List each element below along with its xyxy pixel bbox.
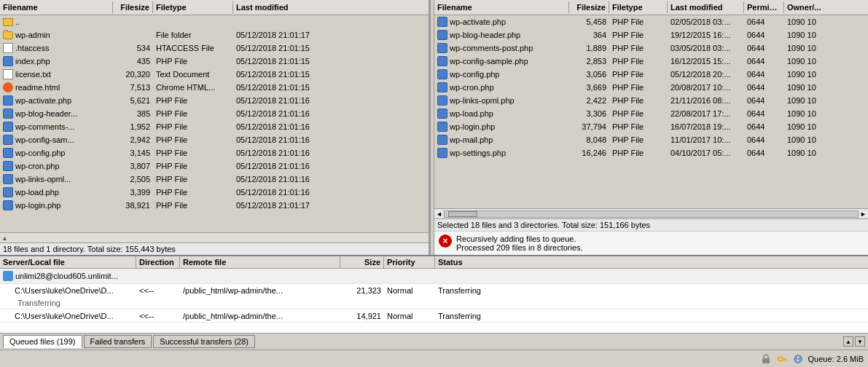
svg-point-1 <box>778 357 783 361</box>
tab-queued-files[interactable]: Queued files (199) <box>3 335 82 348</box>
list-item[interactable]: wp-mail.php 8,048 PHP File 11/01/2017 10… <box>434 133 868 146</box>
left-col-filesize[interactable]: Filesize <box>113 1 153 13</box>
list-item[interactable]: wp-config-sample.php 2,853 PHP File 16/1… <box>434 55 868 68</box>
list-item[interactable]: wp-config.php 3,145 PHP File 05/12/2018 … <box>0 146 429 159</box>
list-item[interactable]: wp-config.php 3,056 PHP File 05/12/2018 … <box>434 68 868 81</box>
queue-row-header[interactable]: unlimi28@cloud605.unlimit... <box>0 269 868 284</box>
list-item[interactable]: index.php 435 PHP File 05/12/2018 21:01:… <box>0 55 429 68</box>
svg-rect-0 <box>762 358 770 363</box>
network-icon <box>792 353 804 365</box>
queue-tabs: Queued files (199) Failed transfers Succ… <box>0 333 868 350</box>
key-icon <box>776 353 788 365</box>
right-col-owner[interactable]: Owner/... <box>784 1 835 13</box>
list-item[interactable]: wp-comments-... 1,952 PHP File 05/12/201… <box>0 120 429 133</box>
scroll-right-btn[interactable]: ► <box>860 210 867 218</box>
list-item[interactable]: readme.html 7,513 Chrome HTML... 05/12/2… <box>0 81 429 94</box>
list-item[interactable]: wp-blog-header.php 364 PHP File 19/12/20… <box>434 28 868 42</box>
list-item[interactable]: wp-cron.php 3,669 PHP File 20/08/2017 10… <box>434 81 868 94</box>
message-line1: Recursively adding files to queue. <box>456 234 583 243</box>
list-item[interactable]: .htaccess 534 HTACCESS File 05/12/2018 2… <box>0 42 429 55</box>
queue-col-server: Server/Local file <box>0 256 136 268</box>
list-item[interactable]: wp-cron.php 3,807 PHP File 05/12/2018 21… <box>0 159 429 173</box>
queue-col-remote: Remote file <box>180 256 340 268</box>
right-col-filename[interactable]: Filename <box>434 1 569 13</box>
list-item[interactable]: wp-links-opml.php 2,422 PHP File 21/11/2… <box>434 94 868 107</box>
list-item[interactable]: wp-login.php 37,794 PHP File 16/07/2018 … <box>434 120 868 133</box>
scroll-left-btn[interactable]: ◄ <box>436 210 442 218</box>
left-col-modified[interactable]: Last modified <box>233 1 343 13</box>
queue-col-direction: Direction <box>136 256 180 268</box>
message-area: Recursively adding files to queue. Proce… <box>456 234 583 252</box>
list-item[interactable]: wp-comments-post.php 1,889 PHP File 03/0… <box>434 42 868 55</box>
queue-row[interactable]: C:\Users\luke\OneDrive\D... <<-- /public… <box>0 284 868 309</box>
right-col-filetype[interactable]: Filetype <box>609 1 668 13</box>
queue-size-label: Queue: 2.6 MiB <box>808 355 864 363</box>
right-col-perms[interactable]: Permissions <box>744 1 784 13</box>
list-item[interactable]: wp-activate.php 5,458 PHP File 02/05/201… <box>434 15 868 28</box>
list-item[interactable]: wp-load.php 3,306 PHP File 22/08/2017 17… <box>434 107 868 120</box>
right-col-filesize[interactable]: Filesize <box>569 1 609 13</box>
notification-area: Queue: 2.6 MiB <box>760 353 864 365</box>
list-item[interactable]: wp-admin File folder 05/12/2018 21:01:17 <box>0 28 429 42</box>
list-item[interactable]: wp-config-sam... 2,942 PHP File 05/12/20… <box>0 133 429 146</box>
list-item[interactable]: license.txt 20,320 Text Document 05/12/2… <box>0 68 429 81</box>
right-status-bar: Selected 18 files and 3 directories. Tot… <box>434 218 868 231</box>
queue-col-priority: Priority <box>384 256 435 268</box>
tab-failed-transfers[interactable]: Failed transfers <box>84 335 152 348</box>
queue-col-status: Status <box>435 256 508 268</box>
left-status-bar: 18 files and 1 directory. Total size: 15… <box>0 242 429 255</box>
queue-row[interactable]: C:\Users\luke\OneDrive\D... <<-- /public… <box>0 309 868 323</box>
left-col-filetype[interactable]: Filetype <box>153 1 233 13</box>
left-col-filename[interactable]: Filename <box>0 1 113 13</box>
list-item[interactable]: wp-login.php 38,921 PHP File 05/12/2018 … <box>0 199 429 212</box>
list-item[interactable]: wp-blog-header... 385 PHP File 05/12/201… <box>0 107 429 120</box>
tab-successful-transfers[interactable]: Successful transfers (28) <box>153 335 255 348</box>
queue-scroll-up[interactable]: ▲ <box>843 336 853 347</box>
server-icon <box>3 271 13 281</box>
list-item[interactable]: .. <box>0 15 429 28</box>
list-item[interactable]: wp-settings.php 16,246 PHP File 04/10/20… <box>434 146 868 159</box>
queue-scroll-down[interactable]: ▼ <box>855 336 865 347</box>
queue-col-size: Size <box>340 256 384 268</box>
error-icon: × <box>439 234 452 248</box>
list-item[interactable]: wp-load.php 3,399 PHP File 05/12/2018 21… <box>0 186 429 199</box>
right-col-modified[interactable]: Last modified <box>668 1 744 13</box>
list-item[interactable]: wp-activate.php 5,621 PHP File 05/12/201… <box>0 94 429 107</box>
lock-icon <box>760 353 772 365</box>
message-line2: Processed 209 files in 8 directories. <box>456 243 583 252</box>
list-item[interactable]: wp-links-opml... 2,505 PHP File 05/12/20… <box>0 173 429 186</box>
